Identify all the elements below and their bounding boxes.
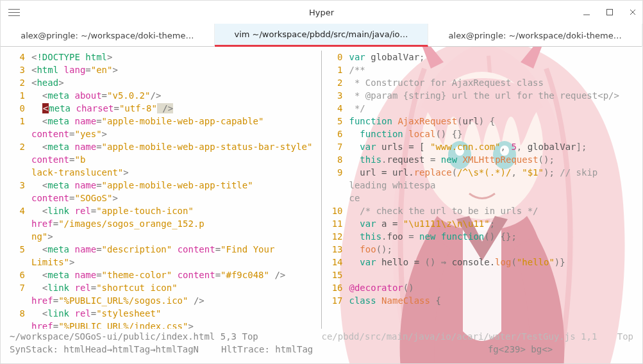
code-line: 2 <meta name="apple-mobile-web-app-statu… bbox=[10, 140, 316, 166]
code-line: ng"> bbox=[10, 230, 316, 243]
code-line: 16@decorator() bbox=[328, 281, 634, 294]
code-line: 3 <meta name="apple-mobile-web-app-title… bbox=[10, 179, 316, 204]
code-line: 1/** bbox=[328, 63, 634, 76]
code-line: 17class NameClass { bbox=[328, 294, 634, 307]
code-line: 14 var hello = () ⇒ console.log("hello")… bbox=[328, 256, 634, 269]
code-line: 0 <meta charset="utf-8" /> bbox=[10, 102, 316, 115]
code-line: 12 this.foo = new function() {}; bbox=[328, 230, 634, 243]
code-line: 7 var urls = [ "www.cnn.com", 5, globalV… bbox=[328, 140, 634, 153]
svg-rect-1 bbox=[607, 10, 613, 15]
code-line: lack-translucent"> bbox=[10, 166, 316, 179]
left-editor-pane[interactable]: 4<!DOCTYPE html>3<html lang="en">2<head>… bbox=[10, 51, 316, 329]
code-line: 5 <meta name="description" content="Find… bbox=[10, 243, 316, 269]
statusline-1: ~/workspace/SOGoS-ui/public/index.html 5… bbox=[10, 329, 633, 343]
code-line: 5function AjaxRequest(url) { bbox=[328, 115, 634, 128]
window-title: Hyper bbox=[83, 8, 560, 17]
code-line: 1 <meta about="v5.0.2"/> bbox=[10, 89, 316, 102]
code-line: 6 function local() {} bbox=[328, 128, 634, 140]
code-line: 8 this.request = new XMLHttpRequest(); bbox=[328, 153, 634, 166]
code-line: 7 <link rel="shortcut icon" href="%PUBLI… bbox=[10, 281, 316, 307]
right-editor-pane[interactable]: 0var globalVar;1/**2 * Constructor for A… bbox=[328, 51, 634, 329]
hamburger-menu-icon[interactable] bbox=[6, 6, 22, 19]
code-line: 0var globalVar; bbox=[328, 51, 634, 63]
code-line: 8 <link rel="stylesheet" href="%PUBLIC_U… bbox=[10, 307, 316, 329]
code-line: 4<!DOCTYPE html> bbox=[10, 51, 316, 63]
tab-2[interactable]: alex@pringle: ~/workspace/doki-theme… bbox=[428, 24, 642, 47]
tab-bar: alex@pringle: ~/workspace/doki-theme…vim… bbox=[1, 24, 642, 47]
code-line: 10 /* check the url to be in urls */ bbox=[328, 204, 634, 217]
tab-0[interactable]: alex@pringle: ~/workspace/doki-theme… bbox=[1, 24, 215, 47]
minimize-button[interactable] bbox=[582, 8, 591, 17]
code-line: 15 bbox=[328, 269, 634, 281]
code-line: 9 url = url.replace(/^\s*(.*)/, "$1"); /… bbox=[328, 166, 634, 192]
close-button[interactable] bbox=[628, 8, 637, 17]
code-line: 1 <meta name="apple-mobile-web-app-capab… bbox=[10, 115, 316, 140]
code-line: 4 */ bbox=[328, 102, 634, 115]
code-line: 6 <meta name="theme-color" content="#f9c… bbox=[10, 269, 316, 281]
code-line: 3 * @param {string} url the url for the … bbox=[328, 89, 634, 102]
titlebar: Hyper bbox=[1, 1, 642, 24]
code-line: 2<head> bbox=[10, 76, 316, 89]
maximize-button[interactable] bbox=[605, 8, 614, 17]
window: Hyper alex@pringle: ~/workspace/doki-the… bbox=[0, 0, 643, 364]
code-line: 13 foo(); bbox=[328, 243, 634, 256]
code-line: ce bbox=[328, 192, 634, 204]
tab-1[interactable]: vim ~/workspace/pbdd/src/main/java/io… bbox=[215, 24, 429, 47]
code-line: 2 * Constructor for AjaxRequest class bbox=[328, 76, 634, 89]
terminal-area[interactable]: 4<!DOCTYPE html>3<html lang="en">2<head>… bbox=[1, 47, 642, 363]
code-line: 3<html lang="en"> bbox=[10, 63, 316, 76]
code-line: 11 var a = "\u1111\z\n\u11"; bbox=[328, 217, 634, 230]
split-divider[interactable] bbox=[316, 51, 328, 329]
code-line: 4 <link rel="apple-touch-icon" href="/im… bbox=[10, 204, 316, 230]
statusline-2: SynStack: htmlHead→htmlTag→htmlTagN HltT… bbox=[10, 343, 633, 356]
